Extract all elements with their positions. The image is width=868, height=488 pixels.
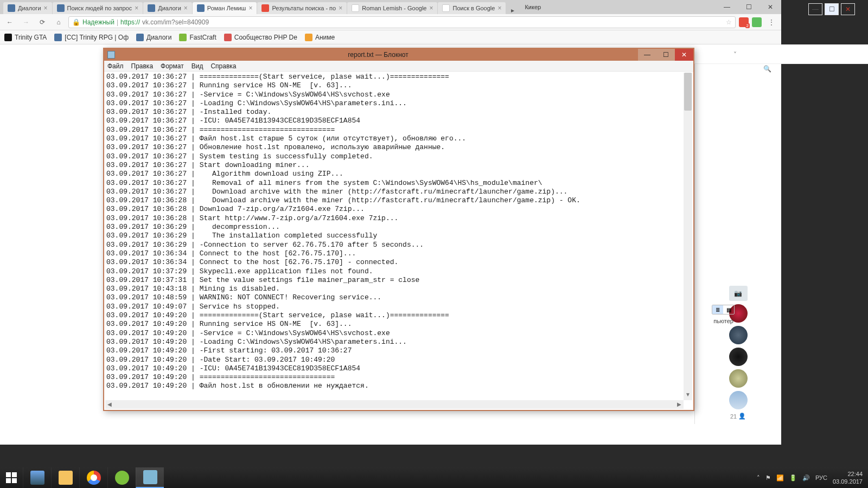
browser-tab[interactable]: Диалоги ×: [143, 2, 192, 14]
tab-close-icon[interactable]: ×: [248, 2, 252, 14]
scroll-thumb[interactable]: [684, 73, 692, 111]
taskbar-app-1[interactable]: [23, 467, 51, 488]
tab-label: Диалоги: [158, 2, 181, 14]
extension-green-icon[interactable]: [752, 17, 762, 27]
taskbar-utorrent[interactable]: [107, 467, 136, 488]
taskbar-notepad[interactable]: [136, 467, 164, 488]
window-maximize-button[interactable]: ☐: [738, 0, 760, 14]
tab-close-icon[interactable]: ×: [429, 2, 433, 14]
tray-flag-icon[interactable]: ⚑: [765, 474, 771, 481]
aux-window-close-button[interactable]: ✕: [841, 3, 855, 15]
bookmark-favicon-icon: [136, 34, 144, 41]
tray-battery-icon[interactable]: 🔋: [789, 474, 797, 481]
aux-window-minimize-button[interactable]: —: [808, 3, 822, 15]
chevron-down-icon[interactable]: ˅: [733, 51, 737, 59]
window-close-button[interactable]: ✕: [760, 0, 781, 14]
tray-chevron-up-icon[interactable]: ˄: [757, 474, 760, 481]
view-list-icon[interactable]: ≣: [712, 305, 723, 314]
scroll-right-icon[interactable]: ▶: [675, 400, 684, 409]
notepad-titlebar[interactable]: report.txt — Блокнот — ☐ ✕: [104, 49, 693, 61]
tray-network-icon[interactable]: 📶: [776, 474, 784, 481]
tab-close-icon[interactable]: ×: [184, 2, 188, 14]
tray-volume-icon[interactable]: 🔊: [802, 474, 810, 481]
nav-reload-button[interactable]: ⟳: [36, 16, 49, 29]
view-grid-icon[interactable]: ▦: [723, 305, 734, 314]
browser-tab[interactable]: Roman Lemish - Google ×: [347, 2, 437, 14]
bookmark-label: [CC] Trinity RPG | Оф: [65, 34, 129, 41]
tab-close-icon[interactable]: ×: [135, 2, 138, 14]
chrome-menu-button[interactable]: ⋮: [765, 16, 778, 29]
start-button[interactable]: [0, 467, 23, 488]
bookmark-label: FastCraft: [189, 34, 216, 41]
chrome-window-controls: — ☐ ✕: [716, 0, 781, 14]
scroll-left-icon[interactable]: ◀: [105, 400, 114, 409]
tray-time: 22:44: [833, 470, 863, 478]
vertical-scrollbar[interactable]: ▲ ▼: [684, 73, 692, 400]
browser-tab[interactable]: Результаты поиска - по ×: [257, 2, 347, 14]
camera-icon[interactable]: 📷: [729, 286, 748, 301]
tab-label: Результаты поиска - по: [272, 2, 336, 14]
horizontal-scrollbar[interactable]: ◀ ▶: [105, 400, 684, 409]
avatar[interactable]: [729, 348, 748, 366]
tab-close-icon[interactable]: ×: [339, 2, 342, 14]
system-tray: ˄ ⚑ 📶 🔋 🔊 РУС 22:44 03.09.2017: [751, 470, 868, 485]
tab-favicon-icon: [352, 4, 359, 12]
notepad-minimize-button[interactable]: —: [638, 49, 656, 61]
search-icon[interactable]: 🔍: [763, 65, 771, 73]
bookmark-item[interactable]: FastCraft: [179, 34, 216, 41]
avatar[interactable]: [729, 326, 748, 344]
browser-tab[interactable]: Диалоги ×: [3, 2, 52, 14]
notepad-app-icon: [107, 51, 115, 59]
bookmark-item[interactable]: Сообщество PHP De: [224, 34, 297, 41]
tab-label: Roman Lemish - Google: [362, 2, 426, 14]
bookmark-item[interactable]: Аниме: [305, 34, 335, 41]
bookmark-label: Аниме: [315, 34, 335, 41]
tab-label: Поиск людей по запрос: [67, 2, 132, 14]
address-bar[interactable]: 🔒 Надежный | https://vk.com/im?sel=84090…: [68, 16, 736, 28]
tab-favicon-icon: [148, 4, 155, 12]
new-tab-button[interactable]: ▸: [506, 7, 519, 14]
bookmark-item[interactable]: [CC] Trinity RPG | Оф: [54, 34, 129, 41]
tab-close-icon[interactable]: ×: [497, 2, 501, 14]
browser-tab[interactable]: Поиск людей по запрос ×: [53, 2, 143, 14]
lock-icon: 🔒: [72, 18, 80, 26]
attachment-count: 21👤: [730, 413, 746, 420]
bookmark-favicon-icon: [224, 34, 232, 41]
notepad-close-button[interactable]: ✕: [675, 49, 693, 61]
menu-item[interactable]: Формат: [161, 62, 184, 70]
nav-home-button[interactable]: ⌂: [52, 16, 65, 29]
browser-tab[interactable]: Роман Лемиш ×: [193, 2, 257, 14]
bookmark-label: Сообщество PHP De: [234, 34, 297, 41]
extension-abp-icon[interactable]: [739, 17, 749, 27]
avatar[interactable]: [729, 391, 748, 409]
tray-clock[interactable]: 22:44 03.09.2017: [833, 470, 863, 485]
notepad-text-area[interactable]: 03.09.2017 10:36:27 | ==============(Sta…: [104, 72, 693, 401]
bookmark-item[interactable]: Trinity GTA: [4, 34, 47, 41]
windows-taskbar: ˄ ⚑ 📶 🔋 🔊 РУС 22:44 03.09.2017: [0, 467, 868, 488]
browser-tab[interactable]: Поиск в Google ×: [438, 2, 506, 14]
tab-favicon-icon: [197, 4, 205, 12]
nav-forward-button[interactable]: →: [20, 16, 33, 29]
notepad-menu-bar: ФайлПравкаФорматВидСправка: [104, 61, 693, 72]
bookmark-favicon-icon: [305, 34, 312, 41]
menu-item[interactable]: Файл: [107, 62, 124, 70]
menu-item[interactable]: Правка: [131, 62, 154, 70]
chrome-profile-label[interactable]: Кикер: [519, 0, 546, 14]
menu-item[interactable]: Справка: [210, 62, 236, 70]
nav-back-button[interactable]: ←: [3, 16, 16, 29]
notepad-maximize-button[interactable]: ☐: [656, 49, 675, 61]
avatar[interactable]: [729, 369, 748, 388]
bookmark-item[interactable]: Диалоги: [136, 34, 171, 41]
tab-label: Поиск в Google: [452, 2, 495, 14]
star-bookmark-icon[interactable]: ☆: [726, 18, 732, 26]
computer-label: пьютер: [713, 318, 733, 324]
taskbar-chrome[interactable]: [79, 467, 107, 488]
window-minimize-button[interactable]: —: [716, 0, 738, 14]
tray-language[interactable]: РУС: [815, 474, 827, 481]
menu-item[interactable]: Вид: [192, 62, 203, 70]
aux-window-maximize-button[interactable]: ☐: [825, 3, 839, 15]
view-toggle[interactable]: ≣ ▦: [712, 305, 735, 314]
scroll-down-icon[interactable]: ▼: [684, 391, 692, 400]
tab-close-icon[interactable]: ×: [44, 2, 48, 14]
taskbar-file-explorer[interactable]: [51, 467, 79, 488]
